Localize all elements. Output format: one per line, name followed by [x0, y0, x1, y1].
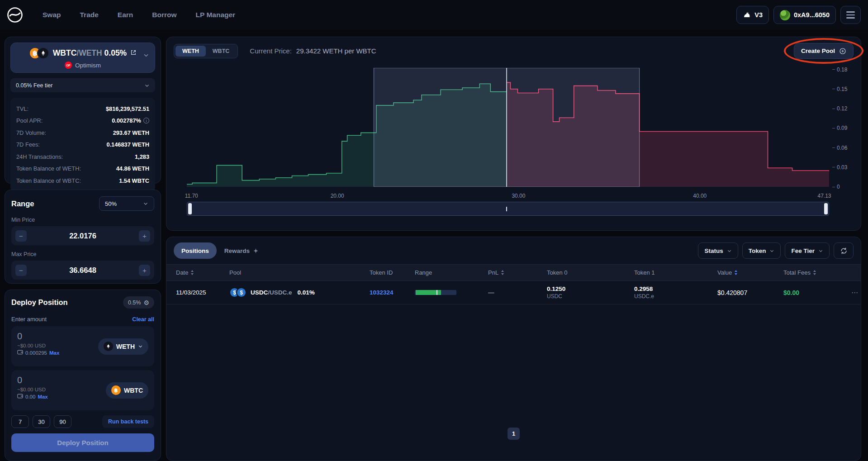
col-date[interactable]: Date — [176, 269, 229, 276]
position-row[interactable]: 11/03/2025 $ $ USDC/USDC.e 0.01% 1032324 — [166, 281, 861, 304]
col-value[interactable]: Value — [717, 269, 783, 276]
weth-max-button[interactable]: Max — [49, 350, 59, 356]
range-card: Range 50% Min Price − 22.0176 + Max Pric… — [5, 190, 161, 284]
price-unit-toggle: WETH WBTC — [174, 44, 238, 58]
slider-left-handle[interactable] — [188, 203, 192, 214]
row-token-id-link[interactable]: 1032324 — [370, 289, 415, 296]
fee-tier-select[interactable]: 0.05% Fee tier — [10, 78, 155, 92]
info-icon[interactable]: i — [143, 118, 149, 124]
page-1-button[interactable]: 1 — [508, 428, 520, 440]
max-price-value[interactable]: 36.6648 — [27, 266, 139, 275]
col-token0: Token 0 — [547, 269, 634, 276]
current-price-value: 29.3422 WETH per WBTC — [296, 47, 376, 55]
tab-positions[interactable]: Positions — [174, 242, 217, 259]
row-value: $0.420807 — [717, 289, 783, 296]
nav-link-trade[interactable]: Trade — [80, 11, 98, 19]
pool-pair-icons: ฿ — [29, 47, 49, 59]
wbtc-token-select[interactable]: ฿ WBTC — [106, 382, 148, 399]
tab-rewards[interactable]: Rewards — [217, 242, 266, 259]
slider-current-price-marker — [506, 207, 507, 211]
range-indicator-bar — [415, 290, 456, 295]
nav-link-borrow[interactable]: Borrow — [152, 11, 176, 19]
nav-right: V3 0xA9...6050 — [736, 6, 861, 24]
enter-amount-label: Enter amount — [11, 316, 47, 323]
slippage-settings-button[interactable]: 0.5% ⚙ — [123, 296, 154, 309]
min-price-increment-button[interactable]: + — [139, 230, 150, 242]
y-tick-label: 0.03 — [832, 164, 847, 171]
range-preset-select[interactable]: 50% — [99, 196, 154, 211]
wbtc-token-symbol: WBTC — [124, 387, 143, 394]
create-pool-button[interactable]: Create Pool — [794, 43, 854, 59]
menu-button[interactable] — [840, 6, 861, 24]
run-backtests-button[interactable]: Run back tests — [102, 415, 154, 428]
optimism-badge-icon: OP — [65, 62, 72, 69]
nav-link-swap[interactable]: Swap — [43, 11, 61, 19]
wbtc-max-button[interactable]: Max — [38, 394, 47, 399]
price-range-slider[interactable] — [187, 202, 829, 216]
backtest-90d-button[interactable]: 90 — [54, 415, 71, 428]
chevron-down-icon — [138, 344, 143, 349]
chart-y-axis: 0.180.150.120.090.060.030 — [832, 68, 859, 187]
y-tick-label: 0.09 — [832, 125, 847, 131]
col-token1: Token 1 — [634, 269, 717, 276]
wbtc-amount-input[interactable]: 0 ~$0.00 USD 0.00 Max ฿ WBTC — [11, 370, 154, 410]
deploy-card: Deploy Position 0.5% ⚙ Enter amount Clea… — [5, 290, 161, 461]
col-total-fees[interactable]: Total Fees — [783, 269, 851, 276]
pool-selector[interactable]: ฿ WBTC/WETH 0.05% — [10, 43, 155, 73]
status-filter[interactable]: Status — [698, 242, 738, 259]
max-price-label: Max Price — [11, 251, 154, 257]
backtest-30d-button[interactable]: 30 — [33, 415, 50, 428]
row-token1: 0.2958 USDC.e — [634, 285, 717, 299]
weth-token-select[interactable]: WETH — [98, 338, 148, 355]
stat-7d-fees: 7D Fees: 0.146837 WETH — [16, 139, 149, 151]
sparkle-icon — [253, 248, 259, 254]
version-selector-button[interactable]: V3 — [736, 6, 769, 24]
pagination: 1 — [166, 428, 861, 461]
fee-tier-value: 0.05% Fee tier — [16, 82, 52, 89]
chevron-down-icon — [769, 248, 774, 253]
col-range: Range — [415, 269, 488, 276]
app-logo-icon[interactable] — [5, 5, 24, 24]
toggle-weth[interactable]: WETH — [175, 46, 206, 57]
max-price-decrement-button[interactable]: − — [15, 265, 27, 276]
max-price-input: − 36.6648 + — [11, 261, 154, 280]
token-filter[interactable]: Token — [742, 242, 781, 259]
hamburger-icon — [846, 11, 855, 19]
y-tick-label: 0 — [832, 184, 840, 190]
nav-link-lp-manager[interactable]: LP Manager — [196, 11, 236, 19]
slider-right-handle[interactable] — [824, 203, 828, 214]
fee-tier-filter[interactable]: Fee Tier — [785, 242, 830, 259]
deploy-position-button[interactable]: Deploy Position — [11, 433, 154, 452]
min-price-input: − 22.0176 + — [11, 226, 154, 245]
chevron-down-icon — [818, 248, 823, 253]
liquidity-chart[interactable] — [187, 68, 829, 187]
pool-card: ฿ WBTC/WETH 0.05% — [5, 37, 161, 184]
nav-link-earn[interactable]: Earn — [118, 11, 133, 19]
sidebar: ฿ WBTC/WETH 0.05% — [5, 37, 161, 461]
min-price-value[interactable]: 22.0176 — [27, 232, 139, 240]
refresh-button[interactable] — [834, 242, 854, 259]
app-root: Swap Trade Earn Borrow LP Manager V3 0xA… — [0, 0, 868, 461]
x-tick-label: 40.00 — [693, 193, 707, 199]
current-price-label: Current Price: — [250, 47, 292, 55]
chart-x-axis: 11.7020.0030.0040.0047.13 — [187, 193, 829, 200]
row-menu-button[interactable]: ⋯ — [851, 289, 859, 297]
weth-token-symbol: WETH — [116, 343, 135, 350]
backtest-7d-button[interactable]: 7 — [11, 415, 29, 428]
gear-icon: ⚙ — [143, 299, 149, 306]
max-price-increment-button[interactable]: + — [139, 265, 150, 276]
toggle-wbtc[interactable]: WBTC — [206, 46, 237, 57]
pool-stats: TVL: $816,239,572.51 Pool APR: 0.002787%… — [10, 98, 155, 192]
wallet-button[interactable]: 0xA9...6050 — [773, 6, 836, 24]
min-price-decrement-button[interactable]: − — [15, 230, 27, 242]
external-link-icon[interactable] — [130, 49, 137, 57]
min-price-label: Min Price — [11, 217, 154, 223]
content: ฿ WBTC/WETH 0.05% — [0, 30, 868, 461]
x-tick-label: 47.13 — [817, 193, 831, 199]
clear-all-button[interactable]: Clear all — [132, 316, 154, 323]
weth-coin-icon — [104, 342, 113, 351]
usdc-coin-icon: $ — [236, 287, 247, 298]
col-pnl[interactable]: PnL — [488, 269, 547, 276]
weth-amount-input[interactable]: 0 ~$0.00 USD 0.000295 Max WETH — [11, 326, 154, 366]
slippage-value: 0.5% — [128, 299, 141, 306]
